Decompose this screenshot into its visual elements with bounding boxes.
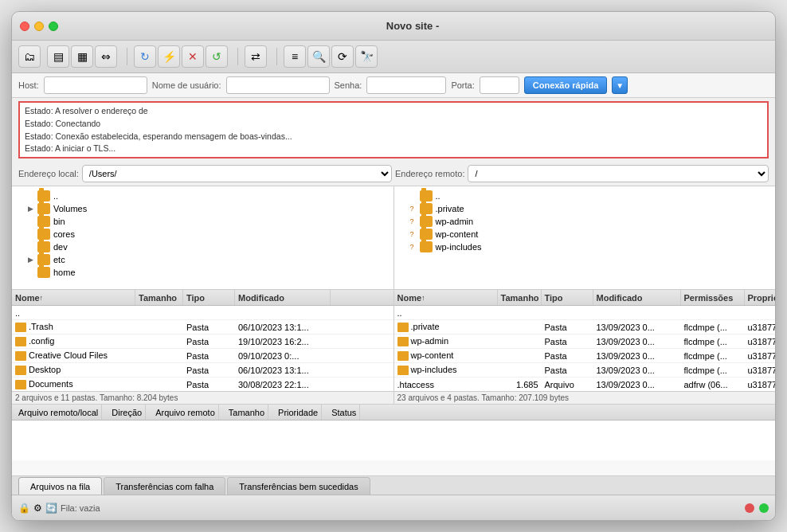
refresh-button[interactable]: ⟳ [331,45,354,68]
host-input[interactable] [44,76,147,94]
status-dot-green [759,503,769,513]
local-status: 2 arquivos e 11 pastas. Tamanho: 8.204 b… [12,391,394,404]
folder-icon [37,203,50,214]
sync-button[interactable]: ⇄ [245,45,267,68]
remote-col-size[interactable]: Tamanho [498,290,542,305]
port-input[interactable] [480,76,519,94]
toolbar-group-1: 🗂 [18,45,41,68]
table-row[interactable]: .. [12,306,394,320]
tree-item-dotdot-local[interactable]: .. [12,190,394,202]
traffic-lights [20,22,58,31]
table-row[interactable]: .htaccess 1.685 Arquivo 13/09/2023 0... … [394,377,776,391]
table-row[interactable]: .. [394,306,776,320]
view2-button[interactable]: ▦ [71,45,93,68]
folder-icon [37,190,50,201]
table-row[interactable]: .private Pasta 13/09/2023 0... flcdmpe (… [394,320,776,334]
settings-icon[interactable]: ⚙ [33,503,42,514]
transfer-header: Arquivo remoto/local Direção Arquivo rem… [12,405,775,421]
main-content: .. ▶ Volumes bin c [12,186,775,404]
window-title: Novo site - [58,20,767,32]
transfer-col-direction: Direção [108,405,146,420]
tab-queue[interactable]: Arquivos na fila [18,477,102,495]
local-col-size[interactable]: Tamanho [135,290,183,305]
tree-item-dev[interactable]: dev [12,241,394,253]
close-button[interactable] [20,22,29,31]
table-row[interactable]: .config Pasta 19/10/2023 16:2... [12,334,394,349]
remote-file-list[interactable]: .. .private Pasta 13/09/2023 0... flcdmp… [394,306,776,391]
reconnect2-button[interactable]: ↺ [206,45,228,68]
site-manager-button[interactable]: 🗂 [18,45,41,68]
tree-item-wp-content[interactable]: ? wp-content [394,228,776,241]
tree-item-cores[interactable]: cores [12,228,394,241]
remote-col-owner[interactable]: Proprietário/Gr... [745,290,776,305]
transfer-body [12,421,775,460]
tree-item-wp-admin[interactable]: ? wp-admin [394,215,776,228]
password-input[interactable] [366,76,446,94]
tree-item-private[interactable]: ? .private [394,202,776,215]
remote-col-name[interactable]: Nome ↑ [394,290,498,305]
search-button[interactable]: 🔍 [307,45,330,68]
remote-status: 23 arquivos e 4 pastas. Tamanho: 207.109… [394,391,776,404]
folder-icon [37,241,50,252]
folder-icon [420,241,433,252]
table-row[interactable]: wp-admin Pasta 13/09/2023 0... flcdmpe (… [394,334,776,349]
local-col-name[interactable]: Nome ↑ [12,290,135,305]
remote-col-modified[interactable]: Modificado [593,290,681,305]
maximize-button[interactable] [49,22,58,31]
remote-address-select[interactable]: / [468,165,769,182]
local-address-section: Endereço local: /Users/ [18,165,392,182]
local-tree[interactable]: .. ▶ Volumes bin c [12,186,394,290]
address-bar-row: Endereço local: /Users/ Endereço remoto:… [12,162,775,186]
table-row[interactable]: wp-content Pasta 13/09/2023 0... flcdmpe… [394,349,776,363]
tree-item-etc[interactable]: ▶ etc [12,253,394,266]
username-input[interactable] [226,76,330,94]
local-address-label: Endereço local: [18,169,79,178]
view3-button[interactable]: ⇔ [95,45,117,68]
tab-row: Arquivos na fila Transferências com falh… [12,475,775,495]
filter-button[interactable]: ≡ [284,45,306,68]
tab-success[interactable]: Transferências bem sucedidas [227,477,370,495]
toolbar-group-2: ▤ ▦ ⇔ [47,45,117,68]
folder-icon [37,229,50,240]
local-file-list[interactable]: .. .Trash Pasta 06/10/2023 13:1... .conf… [12,306,394,391]
connection-bar: Host: Nome de usuário: Senha: Porta: Con… [12,73,775,98]
folder-icon [37,267,50,278]
view1-button[interactable]: ▤ [47,45,69,68]
folder-icon [420,229,433,240]
tree-item-volumes[interactable]: ▶ Volumes [12,202,394,215]
toolbar-group-4: ⇄ [245,45,267,68]
remote-col-type[interactable]: Tipo [542,290,593,305]
host-label: Host: [18,80,39,90]
reconnect-button[interactable]: ↻ [134,45,156,68]
tree-item-dotdot-remote[interactable]: .. [394,190,776,202]
disconnect-button[interactable]: ⚡ [158,45,180,68]
status-dot-red [745,503,754,513]
remote-file-header: Nome ↑ Tamanho Tipo Modificado Permissõe… [394,290,776,306]
local-col-type[interactable]: Tipo [183,290,235,305]
local-col-modified[interactable]: Modificado [235,290,331,305]
table-row[interactable]: .Trash Pasta 06/10/2023 13:1... [12,320,394,334]
sync-icon[interactable]: 🔄 [45,503,57,514]
binoculars-button[interactable]: 🔭 [355,45,378,68]
user-label: Nome de usuário: [152,80,221,90]
table-row[interactable]: wp-includes Pasta 13/09/2023 0... flcdmp… [394,363,776,377]
separator-3 [276,48,277,65]
remote-tree[interactable]: .. ? .private ? wp-admin ? [394,186,776,290]
titlebar: Novo site - [12,12,775,41]
local-pane: .. ▶ Volumes bin c [12,186,394,404]
tree-item-bin[interactable]: bin [12,215,394,228]
table-row[interactable]: Desktop Pasta 06/10/2023 13:1... [12,363,394,377]
minimize-button[interactable] [34,22,44,31]
tree-item-wp-includes[interactable]: ? wp-includes [394,241,776,253]
quick-connect-button[interactable]: Conexão rápida [524,76,608,94]
quick-connect-arrow[interactable]: ▼ [612,76,628,94]
local-address-select[interactable]: /Users/ [82,165,392,182]
transfer-col-remote: Arquivo remoto [152,405,219,420]
remote-col-perms[interactable]: Permissões [681,290,745,305]
transfer-col-priority: Prioridade [275,405,322,420]
table-row[interactable]: Documents Pasta 30/08/2023 22:1... [12,377,394,391]
cancel-button[interactable]: ✕ [182,45,204,68]
tree-item-home[interactable]: home [12,266,394,279]
table-row[interactable]: Creative Cloud Files Pasta 09/10/2023 0:… [12,349,394,363]
tab-failed[interactable]: Transferências com falha [104,477,225,495]
